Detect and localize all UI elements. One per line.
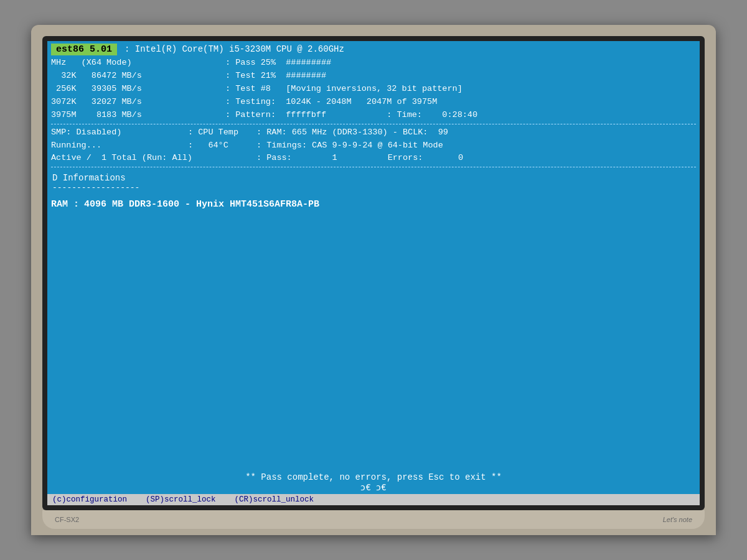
smp-right-2: : Timings: CAS 9-9-9-24 @ 64-bit Mode	[256, 139, 443, 152]
row5-right: : Pattern: fffffbff : Time: 0:28:40	[225, 109, 696, 122]
row1-right: : Pass 25% #########	[225, 57, 696, 70]
top-bar: est86 5.01 : Intel(R) Core(TM) i5-3230M …	[47, 41, 700, 57]
row-2: 32K 86472 MB/s : Test 21% ########	[51, 70, 696, 83]
laptop-frame: est86 5.01 : Intel(R) Core(TM) i5-3230M …	[31, 25, 716, 535]
laptop-bottom: CF-SX2 Let's note	[42, 510, 705, 529]
pass-message: ** Pass complete, no errors, press Esc t…	[51, 472, 696, 494]
config-option: (c)configuration	[52, 495, 127, 504]
row4-left: 3072K 32027 MB/s	[51, 96, 225, 109]
row5-left: 3975M 8183 MB/s	[51, 109, 225, 122]
divider-3: ------------------	[51, 183, 696, 192]
spacer	[51, 212, 696, 472]
smp-right-1: : RAM: 665 MHz (DDR3-1330) - BCLK: 99	[256, 126, 448, 139]
row3-right: : Test #8 [Moving inversions, 32 bit pat…	[225, 83, 696, 96]
smp-section: SMP: Disabled) : CPU Temp : RAM: 665 MHz…	[51, 126, 696, 166]
row3-left: 256K 39305 MB/s	[51, 83, 225, 96]
row2-right: : Test 21% ########	[225, 70, 696, 83]
ram-info-row: RAM : 4096 MB DDR3-1600 - Hynix HMT451S6…	[51, 197, 696, 212]
divider-2	[51, 167, 696, 167]
row-3: 256K 39305 MB/s : Test #8 [Moving invers…	[51, 83, 696, 96]
smp-left-2: Running...	[51, 139, 188, 152]
row-4: 3072K 32027 MB/s : Testing: 1024K - 2048…	[51, 96, 696, 109]
scroll-lock-option: (SP)scroll_lock	[146, 495, 216, 504]
smp-mid-2: : 64°C	[188, 139, 256, 152]
main-content: MHz (X64 Mode) : Pass 25% ######### 32K …	[47, 57, 700, 494]
scroll-symbols: ↄ€ ↄ€	[51, 482, 696, 493]
section-title: D Informations	[51, 173, 696, 183]
ram-label: RAM :	[51, 197, 79, 212]
smp-row-2: Running... : 64°C : Timings: CAS 9-9-9-2…	[51, 139, 696, 152]
row4-right: : Testing: 1024K - 2048M 2047M of 3975M	[225, 96, 696, 109]
progress-section: MHz (X64 Mode) : Pass 25% ######### 32K …	[51, 57, 696, 122]
smp-row-3: Active / 1 Total (Run: All) : Pass: 1 Er…	[51, 152, 696, 165]
app-title: est86 5.01	[51, 44, 117, 55]
pass-text: ** Pass complete, no errors, press Esc t…	[51, 472, 696, 482]
bottom-bar: (c)configuration (SP)scroll_lock (CR)scr…	[47, 494, 700, 505]
smp-left-1: SMP: Disabled)	[51, 126, 188, 139]
cpu-info: : Intel(R) Core(TM) i5-3230M CPU @ 2.60G…	[122, 44, 347, 55]
row2-left: 32K 86472 MB/s	[51, 70, 225, 83]
brand-right: Let's note	[663, 516, 692, 523]
divider-1	[51, 124, 696, 124]
row-1: MHz (X64 Mode) : Pass 25% #########	[51, 57, 696, 70]
screen: est86 5.01 : Intel(R) Core(TM) i5-3230M …	[47, 41, 700, 505]
row-5: 3975M 8183 MB/s : Pattern: fffffbff : Ti…	[51, 109, 696, 122]
smp-row-1: SMP: Disabled) : CPU Temp : RAM: 665 MHz…	[51, 126, 696, 139]
smp-right-3: : Pass: 1 Errors: 0	[256, 152, 463, 165]
scroll-unlock-option: (CR)scroll_unlock	[235, 495, 314, 504]
ram-value: 4096 MB DDR3-1600 - Hynix HMT451S6AFR8A-…	[84, 197, 319, 212]
screen-bezel: est86 5.01 : Intel(R) Core(TM) i5-3230M …	[42, 36, 705, 510]
smp-mid-1: : CPU Temp	[188, 126, 256, 139]
brand-left: CF-SX2	[55, 516, 79, 523]
smp-left-3: Active / 1 Total (Run: All)	[51, 152, 256, 165]
row1-left: MHz (X64 Mode)	[51, 57, 225, 70]
